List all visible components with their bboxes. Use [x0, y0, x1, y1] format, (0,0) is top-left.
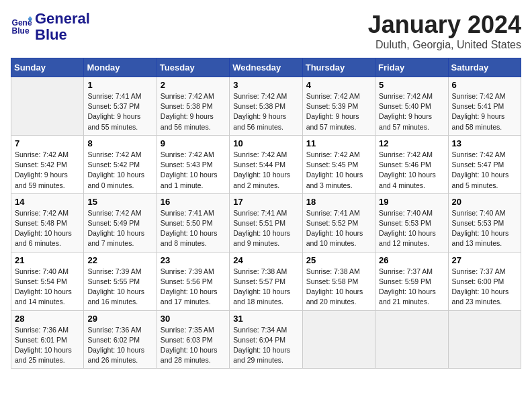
col-header-saturday: Saturday	[448, 58, 521, 77]
day-info: Sunrise: 7:42 AMSunset: 5:43 PMDaylight:…	[161, 150, 226, 191]
calendar-cell: 20Sunrise: 7:40 AMSunset: 5:53 PMDayligh…	[448, 193, 521, 252]
calendar-cell: 21Sunrise: 7:40 AMSunset: 5:54 PMDayligh…	[11, 252, 84, 310]
calendar-cell	[448, 310, 521, 369]
day-number: 9	[161, 138, 226, 148]
day-info: Sunrise: 7:42 AMSunset: 5:44 PMDaylight:…	[233, 150, 298, 191]
day-number: 30	[161, 314, 226, 324]
day-number: 8	[87, 138, 152, 148]
calendar-cell: 1Sunrise: 7:41 AMSunset: 5:37 PMDaylight…	[84, 77, 157, 136]
title-area: January 2024 Duluth, Georgia, United Sta…	[368, 11, 521, 51]
day-info: Sunrise: 7:37 AMSunset: 5:59 PMDaylight:…	[379, 267, 444, 308]
calendar-cell: 17Sunrise: 7:41 AMSunset: 5:51 PMDayligh…	[230, 193, 302, 252]
calendar-cell: 29Sunrise: 7:36 AMSunset: 6:02 PMDayligh…	[84, 310, 157, 369]
calendar-cell: 19Sunrise: 7:40 AMSunset: 5:53 PMDayligh…	[375, 193, 448, 252]
day-number: 26	[379, 255, 444, 265]
day-info: Sunrise: 7:40 AMSunset: 5:54 PMDaylight:…	[15, 267, 80, 308]
calendar-cell: 14Sunrise: 7:42 AMSunset: 5:48 PMDayligh…	[11, 193, 84, 252]
day-info: Sunrise: 7:42 AMSunset: 5:45 PMDaylight:…	[306, 150, 371, 191]
col-header-friday: Friday	[375, 58, 448, 77]
col-header-monday: Monday	[84, 58, 157, 77]
calendar-cell: 11Sunrise: 7:42 AMSunset: 5:45 PMDayligh…	[302, 135, 375, 193]
day-info: Sunrise: 7:38 AMSunset: 5:57 PMDaylight:…	[233, 267, 298, 308]
day-number: 6	[452, 80, 517, 90]
day-info: Sunrise: 7:42 AMSunset: 5:41 PMDaylight:…	[452, 91, 517, 132]
week-row-1: 1Sunrise: 7:41 AMSunset: 5:37 PMDaylight…	[11, 77, 521, 136]
day-number: 23	[161, 255, 226, 265]
calendar-cell: 18Sunrise: 7:41 AMSunset: 5:52 PMDayligh…	[302, 193, 375, 252]
col-header-thursday: Thursday	[302, 58, 375, 77]
calendar-cell: 23Sunrise: 7:39 AMSunset: 5:56 PMDayligh…	[157, 252, 229, 310]
day-info: Sunrise: 7:41 AMSunset: 5:52 PMDaylight:…	[306, 208, 371, 249]
calendar-cell: 22Sunrise: 7:39 AMSunset: 5:55 PMDayligh…	[84, 252, 157, 310]
day-info: Sunrise: 7:34 AMSunset: 6:04 PMDaylight:…	[233, 325, 298, 366]
day-number: 29	[87, 314, 152, 324]
day-number: 24	[233, 255, 298, 265]
calendar-cell: 8Sunrise: 7:42 AMSunset: 5:42 PMDaylight…	[84, 135, 157, 193]
calendar-cell: 10Sunrise: 7:42 AMSunset: 5:44 PMDayligh…	[230, 135, 302, 193]
header: General Blue General Blue January 2024 D…	[11, 11, 521, 51]
column-headers: SundayMondayTuesdayWednesdayThursdayFrid…	[11, 58, 521, 77]
day-number: 27	[452, 255, 517, 265]
calendar-cell: 31Sunrise: 7:34 AMSunset: 6:04 PMDayligh…	[230, 310, 302, 369]
logo-icon: General Blue	[11, 16, 32, 38]
day-number: 21	[15, 255, 80, 265]
calendar-cell	[11, 77, 84, 136]
col-header-wednesday: Wednesday	[230, 58, 302, 77]
col-header-tuesday: Tuesday	[157, 58, 229, 77]
calendar-cell: 3Sunrise: 7:42 AMSunset: 5:38 PMDaylight…	[230, 77, 302, 136]
day-number: 2	[161, 80, 226, 90]
calendar-cell: 7Sunrise: 7:42 AMSunset: 5:42 PMDaylight…	[11, 135, 84, 193]
day-info: Sunrise: 7:36 AMSunset: 6:01 PMDaylight:…	[15, 325, 80, 366]
day-info: Sunrise: 7:40 AMSunset: 5:53 PMDaylight:…	[452, 208, 517, 249]
calendar-cell	[302, 310, 375, 369]
day-number: 25	[306, 255, 371, 265]
day-info: Sunrise: 7:42 AMSunset: 5:42 PMDaylight:…	[15, 150, 80, 191]
day-number: 15	[87, 197, 152, 207]
day-number: 20	[452, 197, 517, 207]
calendar-cell: 26Sunrise: 7:37 AMSunset: 5:59 PMDayligh…	[375, 252, 448, 310]
day-info: Sunrise: 7:42 AMSunset: 5:42 PMDaylight:…	[87, 150, 152, 191]
calendar-subtitle: Duluth, Georgia, United States	[368, 39, 521, 51]
week-row-2: 7Sunrise: 7:42 AMSunset: 5:42 PMDaylight…	[11, 135, 521, 193]
calendar-cell: 28Sunrise: 7:36 AMSunset: 6:01 PMDayligh…	[11, 310, 84, 369]
day-info: Sunrise: 7:42 AMSunset: 5:39 PMDaylight:…	[306, 91, 371, 132]
week-row-5: 28Sunrise: 7:36 AMSunset: 6:01 PMDayligh…	[11, 310, 521, 369]
logo: General Blue General Blue	[11, 11, 90, 43]
week-row-4: 21Sunrise: 7:40 AMSunset: 5:54 PMDayligh…	[11, 252, 521, 310]
logo-text: General Blue	[35, 11, 90, 43]
day-number: 12	[379, 138, 444, 148]
day-info: Sunrise: 7:42 AMSunset: 5:47 PMDaylight:…	[452, 150, 517, 191]
day-info: Sunrise: 7:35 AMSunset: 6:03 PMDaylight:…	[161, 325, 226, 366]
day-info: Sunrise: 7:41 AMSunset: 5:50 PMDaylight:…	[161, 208, 226, 249]
day-number: 13	[452, 138, 517, 148]
day-info: Sunrise: 7:42 AMSunset: 5:40 PMDaylight:…	[379, 91, 444, 132]
calendar-cell: 15Sunrise: 7:42 AMSunset: 5:49 PMDayligh…	[84, 193, 157, 252]
day-info: Sunrise: 7:42 AMSunset: 5:49 PMDaylight:…	[87, 208, 152, 249]
day-number: 22	[87, 255, 152, 265]
calendar-cell: 4Sunrise: 7:42 AMSunset: 5:39 PMDaylight…	[302, 77, 375, 136]
day-number: 1	[87, 80, 152, 90]
day-info: Sunrise: 7:41 AMSunset: 5:51 PMDaylight:…	[233, 208, 298, 249]
col-header-sunday: Sunday	[11, 58, 84, 77]
calendar-cell	[375, 310, 448, 369]
calendar-cell: 2Sunrise: 7:42 AMSunset: 5:38 PMDaylight…	[157, 77, 229, 136]
day-info: Sunrise: 7:42 AMSunset: 5:46 PMDaylight:…	[379, 150, 444, 191]
week-row-3: 14Sunrise: 7:42 AMSunset: 5:48 PMDayligh…	[11, 193, 521, 252]
day-info: Sunrise: 7:42 AMSunset: 5:38 PMDaylight:…	[161, 91, 226, 132]
calendar-table: SundayMondayTuesdayWednesdayThursdayFrid…	[11, 58, 521, 369]
day-info: Sunrise: 7:39 AMSunset: 5:56 PMDaylight:…	[161, 267, 226, 308]
day-number: 16	[161, 197, 226, 207]
day-number: 18	[306, 197, 371, 207]
day-number: 3	[233, 80, 298, 90]
day-number: 14	[15, 197, 80, 207]
calendar-title: January 2024	[368, 11, 521, 39]
day-info: Sunrise: 7:38 AMSunset: 5:58 PMDaylight:…	[306, 267, 371, 308]
svg-marker-3	[28, 16, 32, 19]
day-info: Sunrise: 7:36 AMSunset: 6:02 PMDaylight:…	[87, 325, 152, 366]
day-info: Sunrise: 7:42 AMSunset: 5:38 PMDaylight:…	[233, 91, 298, 132]
day-info: Sunrise: 7:39 AMSunset: 5:55 PMDaylight:…	[87, 267, 152, 308]
day-number: 17	[233, 197, 298, 207]
calendar-cell: 30Sunrise: 7:35 AMSunset: 6:03 PMDayligh…	[157, 310, 229, 369]
calendar-cell: 9Sunrise: 7:42 AMSunset: 5:43 PMDaylight…	[157, 135, 229, 193]
calendar-cell: 5Sunrise: 7:42 AMSunset: 5:40 PMDaylight…	[375, 77, 448, 136]
